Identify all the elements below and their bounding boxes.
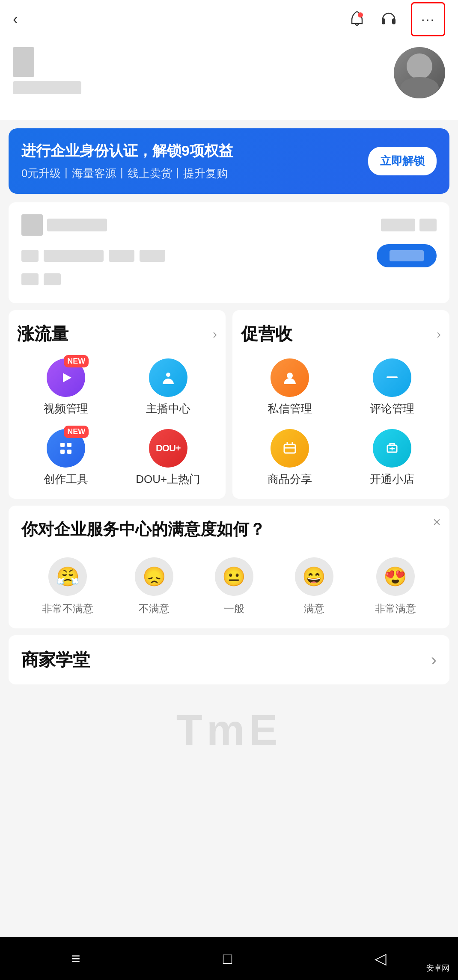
revenue-icons-grid: 私信管理 评论管理 <box>241 358 441 487</box>
create-new-badge: NEW <box>64 426 89 438</box>
feature-item-create[interactable]: NEW 创作工具 <box>17 429 115 487</box>
traffic-icons-grid: NEW 视频管理 主播中心 <box>17 358 217 487</box>
emoji-very-good: 😍 <box>376 557 415 596</box>
stats-value-1 <box>44 250 104 262</box>
anchor-icon-wrap <box>149 358 187 397</box>
revenue-more-icon[interactable]: › <box>437 327 441 341</box>
notification-icon[interactable] <box>348 10 366 29</box>
svg-rect-10 <box>387 376 398 378</box>
label-bad: 不满意 <box>139 602 170 616</box>
promo-text: 进行企业身份认证，解锁9项权益 0元升级丨海量客源丨线上卖货丨提升复购 <box>21 141 233 181</box>
shop-icon-wrap <box>373 429 411 468</box>
profile-icon-placeholder <box>13 47 34 77</box>
svg-marker-3 <box>63 373 71 382</box>
bottom-menu-icon[interactable]: ≡ <box>71 950 80 968</box>
promo-subtitle: 0元升级丨海量客源丨线上卖货丨提升复购 <box>21 166 233 181</box>
bottom-back-icon[interactable]: ◁ <box>375 950 387 968</box>
survey-options: 😤 非常不满意 😞 不满意 😐 一般 😄 满意 😍 非常满意 <box>21 557 437 616</box>
top-navigation: ‹ ··· <box>0 0 458 38</box>
dou-hot-icon: DOU+ <box>149 429 187 468</box>
traffic-more-icon[interactable]: › <box>213 327 217 341</box>
survey-close-button[interactable]: × <box>433 514 441 530</box>
feature-item-share[interactable]: 商品分享 <box>241 429 339 487</box>
create-icon-wrap: NEW <box>47 429 85 468</box>
back-button[interactable]: ‹ <box>13 10 18 28</box>
feature-item-anchor[interactable]: 主播中心 <box>119 358 217 416</box>
comment-management-icon <box>373 358 411 397</box>
svg-point-9 <box>287 373 293 379</box>
stats-right-badges <box>381 219 437 231</box>
anchor-center-icon <box>149 358 187 397</box>
feature-item-shop[interactable]: 开通小店 <box>343 429 441 487</box>
svg-rect-8 <box>67 450 71 454</box>
feature-item-comment[interactable]: 评论管理 <box>343 358 441 416</box>
emoji-good: 😄 <box>295 557 333 596</box>
svg-rect-1 <box>382 18 385 24</box>
video-new-badge: NEW <box>64 355 89 367</box>
share-icon-wrap <box>271 429 309 468</box>
survey-option-very-bad[interactable]: 😤 非常不满意 <box>42 557 93 616</box>
comment-icon-wrap <box>373 358 411 397</box>
dm-icon-wrap <box>271 358 309 397</box>
tme-text: TmE <box>176 705 282 755</box>
profile-name-placeholder <box>13 81 81 94</box>
svg-rect-7 <box>60 450 65 454</box>
comment-label: 评论管理 <box>370 401 414 416</box>
survey-title: 你对企业服务中心的满意度如何？ <box>21 518 437 540</box>
svg-rect-11 <box>284 444 295 453</box>
survey-section: × 你对企业服务中心的满意度如何？ 😤 非常不满意 😞 不满意 😐 一般 😄 满… <box>9 506 449 628</box>
svg-rect-2 <box>392 18 396 24</box>
dm-management-icon <box>271 358 309 397</box>
feature-card-traffic: 涨流量 › NEW 视频管理 <box>9 310 226 499</box>
stats-title-area <box>21 214 107 236</box>
features-row: 涨流量 › NEW 视频管理 <box>9 310 449 499</box>
video-label: 视频管理 <box>44 401 88 416</box>
stats-badge-1 <box>381 219 415 231</box>
stats-action-button[interactable] <box>377 244 437 267</box>
emoji-normal: 😐 <box>215 557 253 596</box>
stats-row-1 <box>21 244 437 267</box>
stats-row-2 <box>21 273 437 285</box>
dm-label: 私信管理 <box>268 401 312 416</box>
svg-rect-6 <box>67 443 71 447</box>
feature-title-traffic: 涨流量 <box>17 322 68 346</box>
promo-title: 进行企业身份认证，解锁9项权益 <box>21 141 233 161</box>
promo-unlock-button[interactable]: 立即解锁 <box>368 147 437 175</box>
label-normal: 一般 <box>224 602 244 616</box>
academy-more-icon[interactable]: › <box>431 650 437 669</box>
product-share-icon <box>271 429 309 468</box>
promo-banner: 进行企业身份认证，解锁9项权益 0元升级丨海量客源丨线上卖货丨提升复购 立即解锁 <box>9 128 449 194</box>
feature-item-dou[interactable]: DOU+ DOU+上热门 <box>119 429 217 487</box>
feature-item-video[interactable]: NEW 视频管理 <box>17 358 115 416</box>
emoji-bad: 😞 <box>135 557 173 596</box>
svg-point-0 <box>358 12 363 18</box>
video-icon-wrap: NEW <box>47 358 85 397</box>
anchor-label: 主播中心 <box>146 401 190 416</box>
profile-section <box>0 38 458 120</box>
academy-section: 商家学堂 › <box>9 635 449 684</box>
watermark: 安卓网 <box>422 960 454 976</box>
academy-title: 商家学堂 <box>21 648 90 672</box>
create-label: 创作工具 <box>44 472 88 487</box>
bottom-home-icon[interactable]: □ <box>223 950 232 968</box>
stats-card <box>9 202 449 303</box>
more-button[interactable]: ··· <box>411 2 445 36</box>
shop-label: 开通小店 <box>370 472 414 487</box>
nav-right-icons: ··· <box>348 2 445 36</box>
label-very-good: 非常满意 <box>375 602 416 616</box>
survey-option-very-good[interactable]: 😍 非常满意 <box>375 557 416 616</box>
headset-icon[interactable] <box>379 10 398 29</box>
stats-value-3 <box>140 250 165 262</box>
survey-option-good[interactable]: 😄 满意 <box>295 557 333 616</box>
tme-section: TmE <box>9 691 449 768</box>
open-shop-icon <box>373 429 411 468</box>
svg-rect-5 <box>60 443 65 447</box>
survey-option-bad[interactable]: 😞 不满意 <box>135 557 173 616</box>
stats-title-placeholder <box>47 219 107 231</box>
feature-item-dm[interactable]: 私信管理 <box>241 358 339 416</box>
svg-point-4 <box>166 373 170 377</box>
stats-label-query <box>21 250 39 262</box>
survey-option-normal[interactable]: 😐 一般 <box>215 557 253 616</box>
label-good: 满意 <box>304 602 324 616</box>
stats-icon <box>21 214 43 236</box>
